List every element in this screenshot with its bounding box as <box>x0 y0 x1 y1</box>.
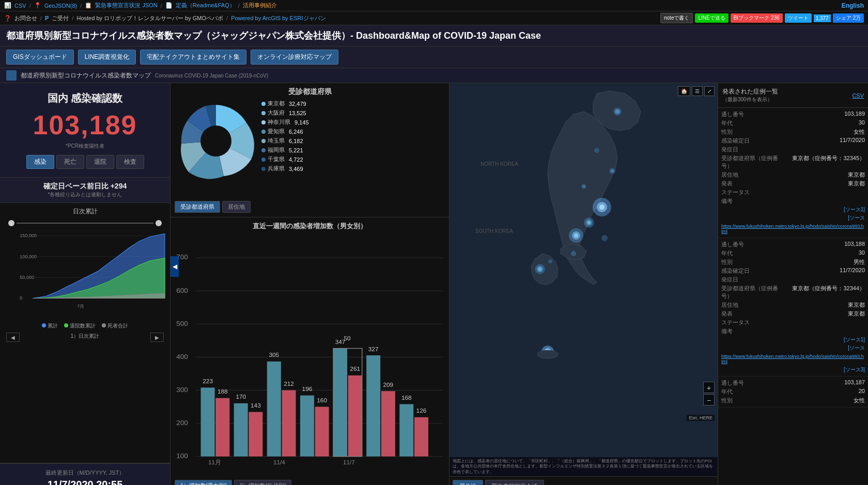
svg-text:126: 126 <box>416 407 427 414</box>
map-tab-residence[interactable]: 居住地 <box>453 480 483 485</box>
map-tab-emergency[interactable]: 緊急事態宣言令域 <box>485 480 544 485</box>
line-button[interactable]: LINEで送る <box>695 13 728 23</box>
daily-diff: 確定日ベース前日比 +294 *各種絞り込みとは連動しません <box>0 178 170 203</box>
svg-text:188: 188 <box>218 388 228 395</box>
source-link-1[interactable]: https://www.fukushihoken.metro.tokyo.lg.… <box>721 223 865 235</box>
bar-tab-age[interactable]: 2）増加数[年代別] <box>234 480 291 485</box>
left-panel: 国内 感染確認数 103,189 *PCR検査陽性者 感染 死亡 退院 検査 確… <box>0 83 171 485</box>
svg-text:500: 500 <box>176 320 188 327</box>
question-icon: ❓ <box>4 15 11 22</box>
svg-text:0: 0 <box>20 295 22 301</box>
right-subtitle: （最新300件を表示） <box>722 96 778 103</box>
reception-link[interactable]: ご受付 <box>52 14 69 22</box>
legend-osaka: 大阪府 13,525 <box>261 109 309 117</box>
subtitle-text: 都道府県別新型コロナウイルス感染者数マップ <box>21 71 151 80</box>
tab-infection[interactable]: 感染 <box>26 155 54 169</box>
emergency-icon: 📋 <box>85 2 92 9</box>
faq-icon: 📄 <box>165 2 173 9</box>
tweet-button[interactable]: ツイート <box>785 13 812 23</box>
tab-death[interactable]: 死亡 <box>56 155 84 169</box>
chart-prev-button[interactable]: ◀ <box>6 333 20 342</box>
csv-link[interactable]: CSV <box>14 3 26 9</box>
svg-text:7月: 7月 <box>77 304 84 309</box>
svg-text:400: 400 <box>176 353 188 361</box>
share-button[interactable]: シェア 2万 <box>833 13 864 23</box>
nav-online-button[interactable]: オンライン診療対応マップ <box>251 50 338 65</box>
contact-link[interactable]: お問合せ <box>14 14 37 22</box>
nav-delivery-button[interactable]: 宅配テイクアウトまとめサイト集 <box>140 50 246 65</box>
svg-rect-45 <box>333 349 347 457</box>
csv-download-link[interactable]: CSV <box>852 92 864 99</box>
legend-tokyo: 東京都 32,479 <box>261 100 309 107</box>
svg-point-86 <box>548 259 552 263</box>
bar-tab-gender[interactable]: 1）増加数[男女別] <box>175 480 232 485</box>
collapse-arrow[interactable]: ◀ <box>171 256 179 277</box>
arcgis-link[interactable]: Powered by ArcGIS by ESRIジャパン <box>231 14 326 22</box>
legend-chiba: 千葉県 4,722 <box>261 155 309 163</box>
emergency-json-link[interactable]: 緊急事態宣言状況 JSON <box>95 2 157 9</box>
svg-text:223: 223 <box>203 378 213 385</box>
legend-hyogo: 兵庫県 3,469 <box>261 165 309 173</box>
zoom-out-button[interactable]: − <box>703 394 715 405</box>
case-record-3: 通し番号103,187 年代20 性別女性 <box>718 377 868 408</box>
line-chart-svg: 150,000 100,000 50,000 0 7月 <box>4 227 166 320</box>
faq-link[interactable]: 定義（Readme&FAQ） <box>176 2 235 9</box>
pie-chart-svg <box>175 100 257 182</box>
host-link[interactable]: Hosted by ロリポップ！レンタルサーバー by GMOペパボ <box>76 14 223 22</box>
legend-death: 死者合計 <box>107 323 128 328</box>
daily-diff-note: *各種絞り込みとは連動しません <box>6 191 164 198</box>
stats-title: 国内 感染確認数 <box>8 91 162 105</box>
nav-line-button[interactable]: LINE調査視覚化 <box>78 50 136 65</box>
pie-tabs: 受診都道府県 居住地 <box>175 201 445 213</box>
tweet-count: 1,377 <box>814 14 831 22</box>
right-panel: 発表された症例一覧 （最新300件を表示） CSV 通し番号103,189 年代… <box>718 83 868 485</box>
sub-title: 都道府県別新型コロナウイルス感染者数マップ Coronavirus COVID-… <box>0 68 868 83</box>
svg-rect-46 <box>348 376 362 457</box>
cases-link[interactable]: 活用事例紹介 <box>243 2 277 9</box>
csv-icon: 📊 <box>4 2 11 9</box>
svg-point-74 <box>616 111 618 113</box>
page-title: 都道府県別新型コロナウイルス感染者数マップ（ジャッグジャパン株式会社提供）- D… <box>6 29 862 42</box>
map-expand-button[interactable]: ⤢ <box>704 86 715 96</box>
pie-tab-prefecture[interactable]: 受診都道府県 <box>175 201 220 213</box>
zoom-in-button[interactable]: + <box>703 382 715 393</box>
tab-test[interactable]: 検査 <box>116 155 144 169</box>
daily-chart-title: 日次累計 <box>4 207 166 216</box>
geojson-link[interactable]: GeoJSON(8) <box>44 3 78 9</box>
slider-left[interactable] <box>8 220 14 226</box>
svg-point-85 <box>571 251 576 256</box>
pie-content: 東京都 32,479 大阪府 13,525 神奈川県 9,145 <box>175 100 445 198</box>
japan-map-svg: NORTH KOREA SOUTH KOREA <box>450 83 718 383</box>
pie-tab-residence[interactable]: 居住地 <box>222 201 251 213</box>
update-date: 11/7/2020 20:55 <box>5 479 165 485</box>
esri-icon <box>6 70 17 81</box>
svg-text:168: 168 <box>401 394 412 401</box>
geojson-icon: 📍 <box>34 2 41 9</box>
map-home-button[interactable]: 🏠 <box>678 86 690 96</box>
note-button[interactable]: noteで書く <box>660 13 693 23</box>
svg-text:261: 261 <box>350 365 360 372</box>
chart-next-button[interactable]: ▶ <box>150 333 164 342</box>
case-record-2: 通し番号103,188 年代30 性別男性 感染確定日11/7/2020 発症日… <box>718 238 868 377</box>
slider-right[interactable] <box>156 220 162 226</box>
svg-rect-41 <box>300 396 314 457</box>
english-link[interactable]: English <box>842 2 864 9</box>
nav-gis-button[interactable]: GISダッシュボード <box>6 50 74 65</box>
legend-row: 累計 退院数累計 死者合計 <box>4 320 166 332</box>
svg-rect-28 <box>215 398 229 457</box>
pie-legend: 東京都 32,479 大阪府 13,525 神奈川県 9,145 <box>261 100 309 198</box>
legend-total: 累計 <box>48 323 58 328</box>
source-link-2[interactable]: https://www.fukushihoken.metro.tokyo.lg.… <box>721 353 865 365</box>
share-buttons: noteで書く LINEで送る BIブックマーク 236 ツイート 1,377 … <box>660 13 864 23</box>
tab-discharge[interactable]: 退院 <box>86 155 114 169</box>
svg-text:212: 212 <box>284 380 294 387</box>
map-list-button[interactable]: ☰ <box>692 86 703 96</box>
svg-text:209: 209 <box>383 381 393 388</box>
legend-fukuoka: 福岡県 5,221 <box>261 146 309 154</box>
daily-chart: 日次累計 150,000 100,000 50,000 0 <box>0 203 170 463</box>
map-container[interactable]: NORTH KOREA SOUTH KOREA <box>450 83 718 457</box>
pie-title: 受診都道府県 <box>175 87 445 97</box>
subtitle-sub: Coronavirus COVID-19 Japan Case (2019-nC… <box>155 73 268 79</box>
map-zoom-controls: + − <box>703 382 715 405</box>
bi-button[interactable]: BIブックマーク 236 <box>731 13 783 23</box>
